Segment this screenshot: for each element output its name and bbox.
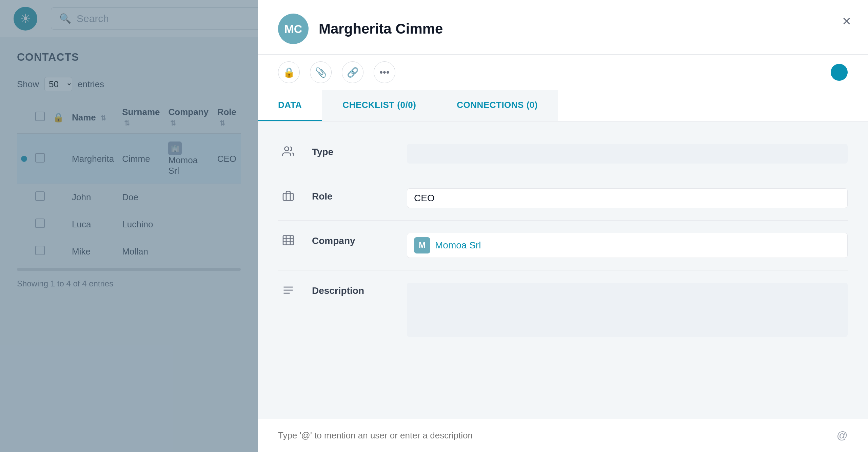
link-icon: 🔗 xyxy=(347,67,359,78)
description-label: Description xyxy=(312,283,393,296)
role-value[interactable]: CEO xyxy=(407,188,848,208)
company-icon xyxy=(278,233,298,246)
tabs-row: DATA CHECKLIST (0/0) CONNECTIONS (0) xyxy=(258,90,868,121)
type-value[interactable] xyxy=(407,144,848,164)
link-action-button[interactable]: 🔗 xyxy=(342,61,363,83)
company-badge-icon: M xyxy=(414,237,430,253)
role-label: Role xyxy=(312,188,393,202)
company-value[interactable]: M Momoa Srl xyxy=(407,233,848,258)
tab-connections[interactable]: CONNECTIONS (0) xyxy=(436,90,558,121)
more-action-button[interactable]: ••• xyxy=(374,61,395,83)
comment-area: @ xyxy=(258,419,868,452)
svg-rect-1 xyxy=(283,193,293,201)
more-icon: ••• xyxy=(379,67,389,78)
tab-checklist[interactable]: CHECKLIST (0/0) xyxy=(322,90,436,121)
company-badge: M Momoa Srl xyxy=(414,237,481,253)
dimmed-overlay xyxy=(0,0,258,452)
avatar-initials: MC xyxy=(284,22,302,36)
field-type: Type xyxy=(278,132,848,176)
online-indicator xyxy=(831,64,848,81)
lock-icon: 🔒 xyxy=(283,67,295,78)
detail-header: MC Margherita Cimme × xyxy=(258,0,868,55)
svg-rect-2 xyxy=(283,236,293,245)
company-name[interactable]: Momoa Srl xyxy=(435,240,481,251)
svg-point-0 xyxy=(285,147,289,151)
contact-name: Margherita Cimme xyxy=(319,21,443,37)
comment-input[interactable] xyxy=(278,430,830,441)
description-value[interactable] xyxy=(407,283,848,337)
avatar: MC xyxy=(278,14,309,44)
field-role: Role CEO xyxy=(278,176,848,221)
tab-data[interactable]: DATA xyxy=(258,90,322,121)
type-icon xyxy=(278,144,298,157)
lock-action-button[interactable]: 🔒 xyxy=(278,61,300,83)
attachment-action-button[interactable]: 📎 xyxy=(310,61,332,83)
type-label: Type xyxy=(312,144,393,157)
attachment-icon: 📎 xyxy=(315,67,327,78)
at-symbol[interactable]: @ xyxy=(837,429,848,442)
close-button[interactable]: × xyxy=(842,14,851,29)
role-icon xyxy=(278,188,298,202)
field-description: Description xyxy=(278,270,848,349)
action-bar: 🔒 📎 🔗 ••• xyxy=(258,55,868,90)
field-company: Company M Momoa Srl xyxy=(278,221,848,270)
company-label: Company xyxy=(312,233,393,246)
detail-body: Type Role CEO Company xyxy=(258,121,868,419)
detail-panel: MC Margherita Cimme × 🔒 📎 🔗 ••• DATA CHE… xyxy=(258,0,868,452)
description-icon xyxy=(278,283,298,296)
